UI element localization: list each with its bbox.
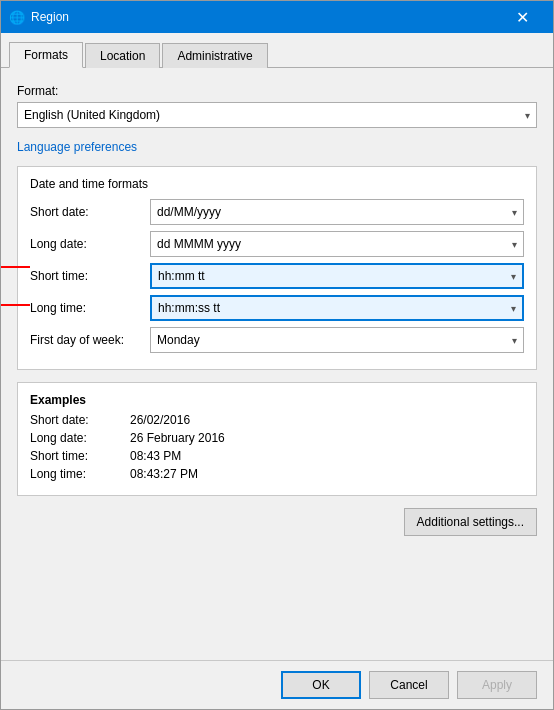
example-label: Short time: [30, 449, 130, 463]
date-time-section: Date and time formats Short date:dd/MM/y… [17, 166, 537, 370]
example-row-ex-short-time: Short time:08:43 PM [30, 449, 524, 463]
tab-content: Format: English (United Kingdom) ▾ Langu… [1, 68, 553, 660]
example-value: 26/02/2016 [130, 413, 190, 427]
additional-settings-row: Additional settings... [17, 508, 537, 536]
tab-location[interactable]: Location [85, 43, 160, 68]
format-row-value: hh:mm tt [158, 269, 205, 283]
additional-settings-button[interactable]: Additional settings... [404, 508, 537, 536]
format-row-short-date: Short date:dd/MM/yyyy▾ [30, 199, 524, 225]
format-label: Format: [17, 84, 537, 98]
format-row-first-day: First day of week:Monday▾ [30, 327, 524, 353]
window-title: Region [31, 10, 499, 24]
format-rows: Short date:dd/MM/yyyy▾Long date:dd MMMM … [30, 199, 524, 353]
title-bar: 🌐 Region ✕ [1, 1, 553, 33]
format-row-label: First day of week: [30, 333, 150, 347]
example-row-ex-long-date: Long date:26 February 2016 [30, 431, 524, 445]
tab-administrative[interactable]: Administrative [162, 43, 267, 68]
format-row-dropdown[interactable]: dd MMMM yyyy▾ [150, 231, 524, 257]
example-row-ex-long-time: Long time:08:43:27 PM [30, 467, 524, 481]
examples-title: Examples [30, 393, 524, 407]
format-row-dropdown[interactable]: hh:mm:ss tt▾ [150, 295, 524, 321]
format-row-label: Short date: [30, 205, 150, 219]
example-label: Long time: [30, 467, 130, 481]
ok-button[interactable]: OK [281, 671, 361, 699]
window-icon: 🌐 [9, 9, 25, 25]
example-label: Long date: [30, 431, 130, 445]
examples-section: Examples Short date:26/02/2016Long date:… [17, 382, 537, 496]
example-value: 26 February 2016 [130, 431, 225, 445]
chevron-down-icon: ▾ [511, 303, 516, 314]
format-row-dropdown[interactable]: dd/MM/yyyy▾ [150, 199, 524, 225]
format-row-value: dd MMMM yyyy [157, 237, 241, 251]
date-time-section-title: Date and time formats [30, 177, 524, 191]
language-preferences-link[interactable]: Language preferences [17, 140, 537, 154]
chevron-down-icon: ▾ [525, 110, 530, 121]
close-button[interactable]: ✕ [499, 1, 545, 33]
format-row-label: Long date: [30, 237, 150, 251]
example-label: Short date: [30, 413, 130, 427]
format-row-value: dd/MM/yyyy [157, 205, 221, 219]
format-row-label: Long time: [30, 301, 150, 315]
format-row-dropdown[interactable]: hh:mm tt▾ [150, 263, 524, 289]
format-row-value: Monday [157, 333, 200, 347]
bottom-bar: OK Cancel Apply [1, 660, 553, 709]
example-row-ex-short-date: Short date:26/02/2016 [30, 413, 524, 427]
tab-formats[interactable]: Formats [9, 42, 83, 68]
examples-rows: Short date:26/02/2016Long date:26 Februa… [30, 413, 524, 481]
format-row-dropdown[interactable]: Monday▾ [150, 327, 524, 353]
chevron-down-icon: ▾ [512, 207, 517, 218]
region-dialog: 🌐 Region ✕ Formats Location Administrati… [0, 0, 554, 710]
chevron-down-icon: ▾ [511, 271, 516, 282]
apply-button[interactable]: Apply [457, 671, 537, 699]
tab-bar: Formats Location Administrative [1, 33, 553, 68]
chevron-down-icon: ▾ [512, 335, 517, 346]
example-value: 08:43 PM [130, 449, 181, 463]
chevron-down-icon: ▾ [512, 239, 517, 250]
format-row-long-date: Long date:dd MMMM yyyy▾ [30, 231, 524, 257]
format-row-long-time: Long time:hh:mm:ss tt▾ [30, 295, 524, 321]
format-dropdown-value: English (United Kingdom) [24, 108, 160, 122]
format-row-short-time: Short time:hh:mm tt▾ [30, 263, 524, 289]
format-row-value: hh:mm:ss tt [158, 301, 220, 315]
format-row-label: Short time: [30, 269, 150, 283]
cancel-button[interactable]: Cancel [369, 671, 449, 699]
format-section: Format: English (United Kingdom) ▾ [17, 84, 537, 128]
format-dropdown[interactable]: English (United Kingdom) ▾ [17, 102, 537, 128]
example-value: 08:43:27 PM [130, 467, 198, 481]
